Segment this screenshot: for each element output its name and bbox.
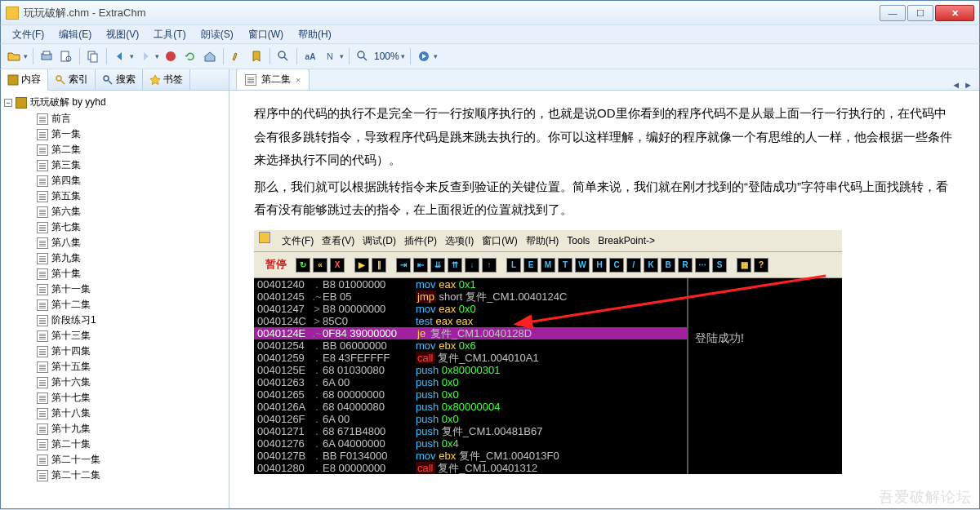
tree-root[interactable]: − 玩玩破解 by yyhd [4, 94, 225, 111]
tab-bookmark[interactable]: 书签 [143, 69, 190, 90]
stop-icon[interactable] [163, 48, 179, 64]
content-tab-active[interactable]: 第二集 × [236, 69, 310, 90]
tree-item[interactable]: 第十六集 [4, 375, 225, 390]
tree-item[interactable]: 第十七集 [4, 390, 225, 406]
close-tab-icon[interactable]: × [296, 75, 301, 85]
tree-item-label: 阶段练习1 [51, 313, 96, 327]
collapse-icon[interactable]: − [4, 99, 12, 107]
tree-item-label: 前言 [51, 112, 71, 126]
maximize-button[interactable]: ☐ [907, 5, 933, 21]
menu-window[interactable]: 窗口(W) [243, 26, 288, 43]
menu-read[interactable]: 朗读(S) [196, 26, 238, 43]
bookmark-icon[interactable] [248, 48, 265, 64]
forward-dropdown-icon[interactable]: ▾ [155, 52, 159, 60]
copy-icon[interactable] [85, 48, 101, 64]
tree-item[interactable]: 第十五集 [4, 359, 225, 375]
tab-search[interactable]: 搜索 [96, 69, 143, 90]
page-icon [37, 392, 48, 404]
menu-tools[interactable]: 工具(T) [149, 26, 190, 43]
tree-item-label: 第九集 [51, 251, 81, 265]
font-icon[interactable]: aA [302, 48, 318, 64]
od-btn: « [313, 258, 327, 273]
minimize-button[interactable]: — [880, 5, 906, 21]
tree-item[interactable]: 第十集 [4, 266, 225, 282]
svg-line-10 [363, 57, 367, 60]
page-icon [37, 237, 48, 249]
menu-help[interactable]: 帮助(H) [293, 26, 336, 43]
zoom-dropdown-icon[interactable]: ▾ [401, 52, 405, 60]
tree-item[interactable]: 第十九集 [4, 421, 225, 437]
menu-file[interactable]: 文件(F) [7, 26, 49, 43]
tree-item[interactable]: 第五集 [4, 188, 225, 204]
tree-item-label: 第十集 [51, 267, 81, 281]
back-icon[interactable] [112, 48, 128, 64]
tree-item[interactable]: 第二十集 [4, 437, 225, 452]
tab-next-icon[interactable]: ► [964, 80, 973, 90]
od-btn: ? [754, 258, 768, 273]
od-info-pane: 登陆成功! [687, 278, 842, 474]
tree-item[interactable]: 第二十一集 [4, 452, 225, 468]
menu-view[interactable]: 视图(V) [101, 26, 144, 43]
tree-item[interactable]: 阶段练习1 [4, 313, 225, 328]
page-icon [37, 129, 48, 140]
tab-index[interactable]: 索引 [48, 69, 96, 90]
tree-item-label: 第七集 [51, 220, 81, 234]
zoom-icon[interactable] [354, 48, 371, 64]
svg-rect-5 [91, 54, 97, 62]
tree-item[interactable]: 第十四集 [4, 344, 225, 359]
od-btn: ↑ [482, 258, 497, 273]
od-menu-plugin: 插件(P) [404, 232, 437, 251]
close-button[interactable]: ✕ [935, 5, 974, 21]
od-btn: B [661, 258, 675, 273]
print-preview-icon[interactable] [58, 48, 74, 64]
tree-item[interactable]: 第四集 [4, 173, 225, 188]
tree-item[interactable]: 第十三集 [4, 328, 225, 344]
tree-item[interactable]: 第七集 [4, 220, 225, 235]
tree-item-label: 第二集 [51, 143, 81, 157]
refresh-icon[interactable] [182, 48, 198, 64]
menu-edit[interactable]: 编辑(E) [54, 26, 96, 43]
content-tabs: 第二集 × ◄ ► [229, 69, 979, 91]
tree[interactable]: − 玩玩破解 by yyhd 前言第一集第二集第三集第四集第五集第六集第七集第八… [1, 91, 229, 508]
play-icon[interactable] [416, 48, 432, 64]
tree-item[interactable]: 第一集 [4, 126, 225, 142]
od-row: 00401259.E8 43FEFFFFcall 复件_CM1.004010A1 [254, 352, 687, 364]
open-icon[interactable] [6, 48, 22, 64]
svg-point-7 [278, 51, 285, 58]
tree-item[interactable]: 第八集 [4, 235, 225, 251]
tree-item[interactable]: 第三集 [4, 157, 225, 173]
od-disassembly: 00401240.B8 01000000mov eax,0x100401245.… [254, 278, 842, 474]
od-menu-file: 文件(F) [282, 232, 314, 251]
encoding-icon[interactable]: N [322, 48, 338, 64]
page-content[interactable]: 程序中的代码的执行不是完全一行一行按顺序执行的，也就是说OD里你看到的程序代码不… [229, 91, 979, 508]
page-icon [245, 74, 256, 86]
tab-prev-icon[interactable]: ◄ [951, 80, 960, 90]
tree-item[interactable]: 第二十二集 [4, 468, 225, 483]
print-icon[interactable] [38, 48, 55, 64]
encoding-dropdown-icon[interactable]: ▾ [340, 52, 344, 60]
od-btn: R [678, 258, 693, 273]
back-dropdown-icon[interactable]: ▾ [130, 52, 134, 60]
tree-item[interactable]: 第二集 [4, 142, 225, 157]
page-icon [37, 346, 48, 357]
tree-item[interactable]: 第十二集 [4, 297, 225, 313]
od-btn: ▶ [354, 258, 369, 273]
od-row: 00401265.68 00000000push 0x0 [254, 388, 687, 401]
od-menubar: 文件(F) 查看(V) 调试(D) 插件(P) 选项(I) 窗口(W) 帮助(H… [254, 230, 842, 253]
tree-item[interactable]: 第九集 [4, 251, 225, 266]
od-row: 00401280.E8 00000000call 复件_CM1.00401312 [254, 462, 687, 474]
highlight-icon[interactable] [229, 48, 245, 64]
tree-item[interactable]: 前言 [4, 111, 225, 126]
tab-contents[interactable]: 内容 [1, 69, 48, 91]
find-icon[interactable] [275, 48, 292, 64]
tree-item[interactable]: 第六集 [4, 204, 225, 220]
forward-icon[interactable] [137, 48, 154, 64]
tree-item[interactable]: 第十一集 [4, 282, 225, 297]
tree-item-label: 第十五集 [51, 360, 91, 374]
tree-item-label: 第四集 [51, 174, 81, 188]
zoom-value[interactable]: 100% [374, 51, 399, 62]
home-icon[interactable] [202, 48, 218, 64]
tree-item[interactable]: 第十八集 [4, 406, 225, 421]
dropdown-icon[interactable]: ▾ [24, 52, 28, 60]
play-dropdown-icon[interactable]: ▾ [434, 52, 438, 60]
